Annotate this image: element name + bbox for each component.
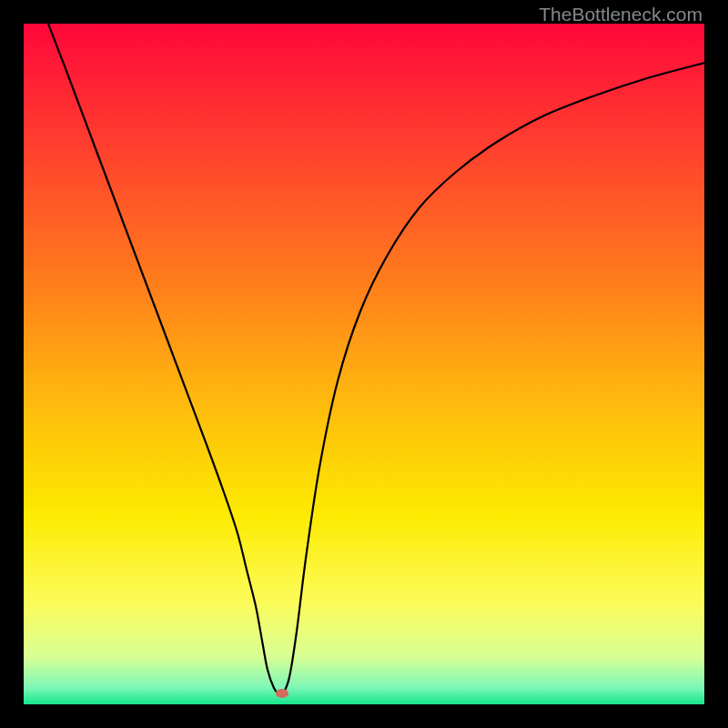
optimal-point-marker <box>276 689 288 698</box>
chart-frame <box>24 24 704 704</box>
watermark-text: TheBottleneck.com <box>539 4 703 25</box>
chart-svg <box>24 24 704 704</box>
bottleneck-curve <box>48 24 704 695</box>
